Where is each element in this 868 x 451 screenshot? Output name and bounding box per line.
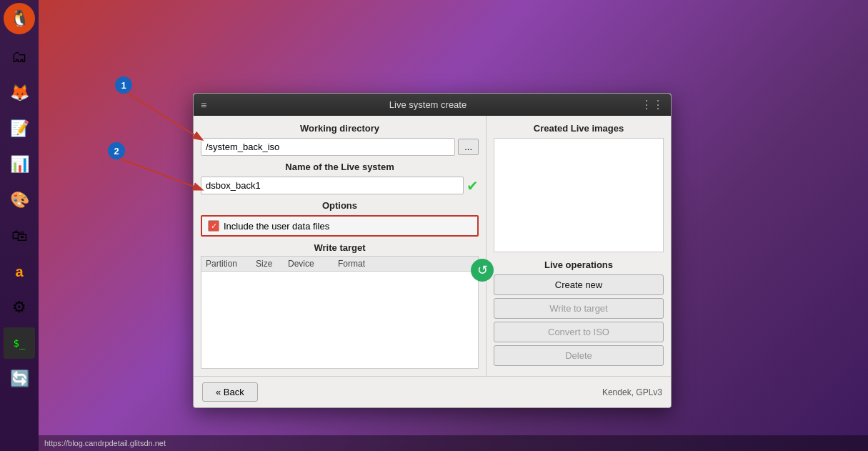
dialog-title: Live system create xyxy=(215,99,641,110)
options-section: Options ✓ Include the user data files xyxy=(201,200,479,237)
svg-point-0 xyxy=(115,76,132,94)
col-device-header: Device xyxy=(288,259,338,269)
settings-icon[interactable]: ⚙ xyxy=(4,292,35,323)
write-to-target-button[interactable]: Write to target xyxy=(494,298,664,319)
writer-icon[interactable]: 📝 xyxy=(4,113,35,144)
firefox-icon[interactable]: 🦊 xyxy=(4,77,35,109)
refresh-button[interactable]: ↺ xyxy=(471,259,494,282)
working-directory-input[interactable] xyxy=(201,138,455,156)
write-target-label: Write target xyxy=(201,242,479,253)
back-button[interactable]: « Back xyxy=(202,382,258,402)
status-bar: https://blog.candrpdetail.glitsdn.net xyxy=(39,435,868,451)
live-operations-label: Live operations xyxy=(494,259,664,270)
svg-text:2: 2 xyxy=(114,146,119,157)
update-icon[interactable]: 🔄 xyxy=(4,363,35,395)
svg-point-3 xyxy=(108,142,125,159)
draw-icon[interactable]: 🎨 xyxy=(4,184,35,216)
terminal-icon[interactable]: $_ xyxy=(4,327,35,359)
include-user-data-checkbox-row[interactable]: ✓ Include the user data files xyxy=(201,215,479,237)
svg-text:1: 1 xyxy=(121,80,126,91)
appstore-icon[interactable]: 🛍 xyxy=(4,220,35,252)
create-new-button[interactable]: Create new xyxy=(494,274,664,295)
include-user-data-label: Include the user data files xyxy=(224,221,329,232)
footer-credit: Kendek, GPLv3 xyxy=(602,387,662,397)
col-format-header: Format xyxy=(338,259,474,269)
dialog-grid-icon[interactable]: ⋮⋮ xyxy=(641,98,664,111)
files-icon[interactable]: 🗂 xyxy=(4,41,35,73)
dialog-footer: « Back Kendek, GPLv3 xyxy=(194,376,671,407)
options-label: Options xyxy=(201,200,479,211)
live-system-name-row: ✔ xyxy=(201,177,479,194)
dialog-menu-icon[interactable]: ≡ xyxy=(201,99,215,111)
working-directory-label: Working directory xyxy=(201,123,479,134)
col-partition-header: Partition xyxy=(206,259,256,269)
ubuntu-logo-icon[interactable]: 🐧 xyxy=(4,3,35,34)
created-images-label: Created Live images xyxy=(494,123,664,134)
amazon-icon[interactable]: a xyxy=(4,256,35,287)
dialog-titlebar: ≡ Live system create ⋮⋮ xyxy=(194,94,671,116)
taskbar: 🐧 🗂 🦊 📝 📊 🎨 🛍 a ⚙ $_ 🔄 xyxy=(0,0,39,451)
status-text: https://blog.candrpdetail.glitsdn.net xyxy=(44,439,166,447)
write-target-table: Partition Size Device Format xyxy=(201,256,479,369)
created-images-box xyxy=(494,138,664,252)
refresh-button-container: ↺ xyxy=(471,259,494,282)
table-header-row: Partition Size Device Format xyxy=(201,257,478,272)
dialog-body: Working directory ... Name of the Live s… xyxy=(194,116,671,376)
live-system-name-label: Name of the Live system xyxy=(201,162,479,172)
dialog-live-system-create: ≡ Live system create ⋮⋮ Working director… xyxy=(193,93,672,408)
col-size-header: Size xyxy=(256,259,288,269)
svg-line-2 xyxy=(127,93,201,139)
left-panel: Working directory ... Name of the Live s… xyxy=(194,116,487,376)
include-user-data-checkbox-icon: ✓ xyxy=(208,220,219,232)
calc-icon[interactable]: 📊 xyxy=(4,149,35,180)
delete-button[interactable]: Delete xyxy=(494,345,664,366)
name-valid-icon: ✔ xyxy=(467,177,479,194)
browse-button[interactable]: ... xyxy=(458,139,479,155)
convert-to-iso-button[interactable]: Convert to ISO xyxy=(494,322,664,342)
working-directory-row: ... xyxy=(201,138,479,156)
right-panel: Created Live images ↺ Live operations Cr… xyxy=(487,116,671,376)
live-system-name-input[interactable] xyxy=(201,177,464,194)
svg-line-5 xyxy=(120,159,201,189)
